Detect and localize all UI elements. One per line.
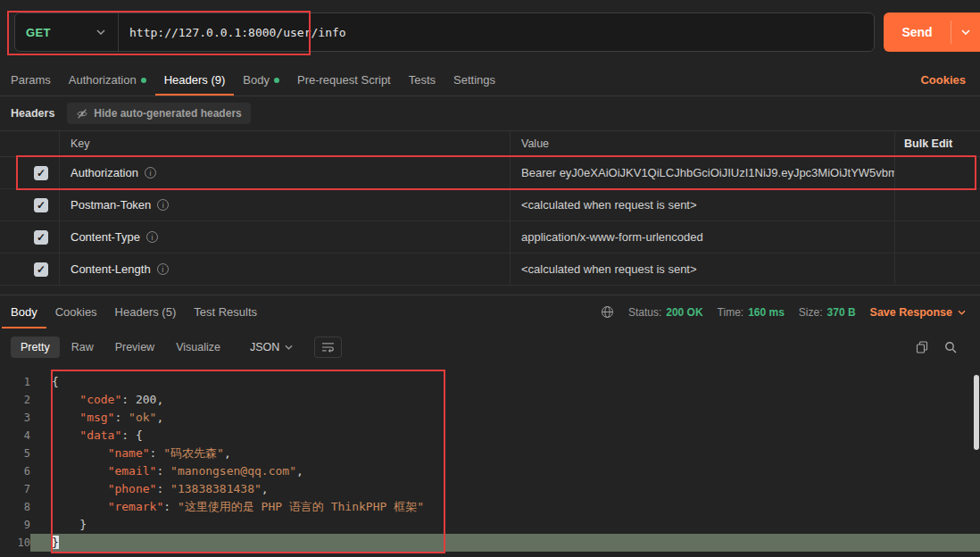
- cookies-link[interactable]: Cookies: [920, 64, 966, 96]
- tab-prerequest-script[interactable]: Pre-request Script: [288, 64, 400, 96]
- size-value: 370 B: [827, 306, 856, 319]
- request-tabs: Params Authorization Headers (9) Body Pr…: [0, 64, 980, 96]
- code-line: 8 "remark": "这里使用的是 PHP 语言的 ThinkPHP 框架": [0, 498, 980, 516]
- response-tab-test-results[interactable]: Test Results: [185, 295, 266, 328]
- row-checkbox[interactable]: [34, 166, 48, 180]
- line-number: 9: [0, 516, 30, 534]
- response-view-toolbar: Pretty Raw Preview Visualize JSON: [0, 328, 980, 366]
- response-tab-body-label: Body: [11, 305, 37, 319]
- key-column-header: Key: [59, 131, 510, 156]
- tab-authorization-label: Authorization: [69, 73, 137, 87]
- header-value[interactable]: <calculated when request is sent>: [521, 262, 697, 276]
- vertical-scrollbar[interactable]: [974, 375, 979, 450]
- code-lines: 1{2 "code": 200,3 "msg": "ok",4 "data": …: [0, 373, 980, 552]
- response-header: Body Cookies Headers (5) Test Results St…: [0, 295, 980, 328]
- code-line: 6 "email": "manongsen@qq.com",: [0, 462, 980, 480]
- tab-params-label: Params: [11, 73, 51, 87]
- tab-tests-label: Tests: [409, 73, 436, 87]
- line-number: 1: [0, 373, 30, 391]
- send-label: Send: [884, 25, 951, 39]
- view-tab-pretty[interactable]: Pretty: [11, 337, 60, 358]
- headers-table-header: Key Value Bulk Edit: [0, 130, 980, 157]
- code-text: "remark": "这里使用的是 PHP 语言的 ThinkPHP 框架": [30, 498, 980, 516]
- info-icon[interactable]: i: [157, 199, 169, 211]
- header-row-content-length: Content-Lengthi <calculated when request…: [0, 254, 980, 286]
- wrap-lines-button[interactable]: [314, 337, 342, 358]
- code-line: 4 "data": {: [0, 427, 980, 445]
- header-key[interactable]: Postman-Token: [71, 198, 151, 212]
- hide-toggle-label: Hide auto-generated headers: [94, 107, 241, 120]
- time-indicator: Time: 160 ms: [718, 306, 785, 319]
- hide-autogenerated-headers-toggle[interactable]: Hide auto-generated headers: [67, 103, 250, 124]
- code-line: 5 "name": "码农先森",: [0, 445, 980, 462]
- copy-icon[interactable]: [916, 341, 928, 353]
- response-tab-cookies[interactable]: Cookies: [46, 295, 106, 328]
- globe-icon[interactable]: [601, 305, 614, 319]
- time-value: 160 ms: [748, 306, 785, 319]
- modified-dot-icon: [274, 78, 279, 83]
- modified-dot-icon: [141, 78, 146, 83]
- send-button[interactable]: Send: [884, 12, 980, 52]
- code-text: "code": 200,: [30, 391, 980, 409]
- response-tab-headers[interactable]: Headers (5): [106, 295, 186, 328]
- send-dropdown-chevron-icon[interactable]: [951, 29, 980, 35]
- header-key[interactable]: Authorization: [71, 166, 138, 179]
- response-body-viewer: 1{2 "code": 200,3 "msg": "ok",4 "data": …: [0, 366, 980, 557]
- header-key[interactable]: Content-Type: [71, 230, 140, 244]
- response-tab-cookies-label: Cookies: [55, 305, 97, 319]
- line-number: 8: [0, 498, 30, 516]
- bulk-edit-button[interactable]: Bulk Edit: [894, 131, 980, 156]
- value-column-label: Value: [521, 137, 549, 150]
- tab-body[interactable]: Body: [234, 64, 288, 96]
- tab-prerequest-label: Pre-request Script: [297, 73, 391, 87]
- status-value: 200 OK: [666, 306, 702, 319]
- tab-params[interactable]: Params: [2, 64, 60, 96]
- view-tab-visualize[interactable]: Visualize: [166, 337, 230, 358]
- code-line: 2 "code": 200,: [0, 391, 980, 409]
- save-response-label: Save Response: [870, 306, 952, 319]
- chevron-down-icon: [96, 29, 105, 35]
- info-icon[interactable]: i: [146, 231, 158, 243]
- code-text: {: [30, 373, 980, 391]
- row-checkbox[interactable]: [34, 230, 48, 245]
- tab-settings[interactable]: Settings: [444, 64, 504, 96]
- view-tab-preview[interactable]: Preview: [105, 337, 164, 358]
- header-row-authorization: Authorizationi Bearer eyJ0eXAiOiJKV1QiLC…: [0, 157, 980, 189]
- header-row-postman-token: Postman-Tokeni <calculated when request …: [0, 189, 980, 221]
- tab-authorization[interactable]: Authorization: [60, 64, 155, 96]
- code-text: "data": {: [30, 427, 980, 445]
- code-text: "email": "manongsen@qq.com",: [30, 462, 980, 480]
- line-number: 5: [0, 445, 30, 462]
- status-indicator: Status: 200 OK: [628, 306, 703, 319]
- url-input[interactable]: http://127.0.0.1:8000/user/info: [119, 13, 874, 51]
- eye-off-icon: [76, 108, 88, 120]
- format-dropdown-value: JSON: [250, 341, 279, 353]
- search-icon[interactable]: [944, 341, 957, 353]
- code-line: 10}: [0, 534, 980, 552]
- tab-tests[interactable]: Tests: [400, 64, 444, 96]
- header-value[interactable]: application/x-www-form-urlencoded: [521, 230, 703, 244]
- header-value[interactable]: Bearer eyJ0eXAiOiJKV1QiLCJhbGciOiJIUzI1N…: [521, 166, 894, 179]
- header-value[interactable]: <calculated when request is sent>: [521, 198, 697, 212]
- chevron-down-icon: [958, 310, 966, 315]
- table-spacer: [0, 286, 980, 295]
- response-meta: Status: 200 OK Time: 160 ms Size: 370 B …: [601, 295, 966, 328]
- headers-section-title: Headers: [11, 107, 54, 120]
- info-icon[interactable]: i: [145, 167, 156, 179]
- row-checkbox[interactable]: [34, 198, 48, 212]
- tab-settings-label: Settings: [453, 73, 495, 87]
- info-icon[interactable]: i: [157, 263, 169, 275]
- tab-body-label: Body: [243, 73, 270, 87]
- line-number: 2: [0, 391, 30, 409]
- format-dropdown[interactable]: JSON: [243, 337, 300, 358]
- save-response-button[interactable]: Save Response: [870, 306, 966, 319]
- response-tab-body[interactable]: Body: [2, 295, 46, 328]
- method-selector[interactable]: GET: [15, 13, 119, 51]
- tab-headers[interactable]: Headers (9): [155, 64, 235, 96]
- header-key[interactable]: Content-Length: [71, 262, 151, 276]
- header-row-content-type: Content-Typei application/x-www-form-url…: [0, 221, 980, 254]
- code-text: }: [30, 516, 980, 534]
- row-checkbox[interactable]: [34, 262, 48, 277]
- line-number: 10: [0, 534, 30, 552]
- view-tab-raw[interactable]: Raw: [62, 337, 104, 358]
